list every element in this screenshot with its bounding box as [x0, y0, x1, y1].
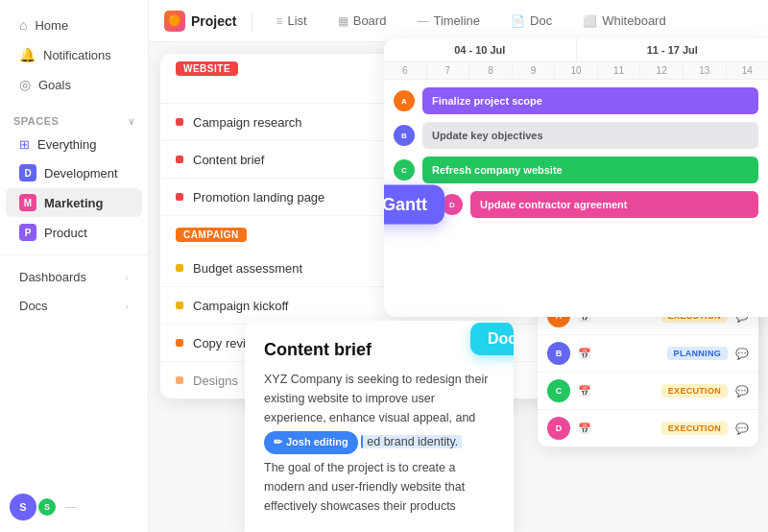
sidebar-item-home[interactable]: ⌂ Home — [6, 11, 142, 39]
gantt-days: 6 7 8 9 10 11 12 13 14 — [384, 62, 768, 80]
status-row: B 📅 PLANNING 💬 — [538, 335, 758, 373]
gantt-avatar: C — [394, 159, 415, 181]
avatar: B — [547, 342, 570, 365]
avatar: S — [10, 494, 36, 520]
gantt-period-1: 04 - 10 Jul — [384, 38, 577, 61]
gantt-bar-contractor[interactable]: Update contractor agreement — [470, 191, 758, 218]
row-label: Designs — [193, 374, 238, 388]
board-icon: ▦ — [338, 14, 348, 28]
doc-icon: 📄 — [511, 14, 525, 28]
status-rows: A 📅 EXECUTION 💬 B 📅 PLANNING 💬 C 📅 EXECU… — [538, 298, 758, 447]
row-label: Campaign research — [193, 115, 301, 130]
gantt-bar-refresh[interactable]: Refresh company website — [422, 157, 758, 183]
chat-icon: 💬 — [735, 423, 749, 435]
space-dot-p: P — [19, 224, 36, 241]
gantt-avatar: A — [394, 90, 415, 111]
pencil-icon: ✏ — [274, 434, 282, 451]
sidebar-item-dashboards[interactable]: Dashboards › — [6, 263, 142, 291]
docs-title: Content brief — [264, 340, 494, 360]
row-dot — [176, 118, 183, 126]
tab-list[interactable]: ≡ List — [268, 10, 314, 32]
gantt-bar-row: C Refresh company website — [394, 157, 758, 183]
row-dot — [176, 302, 183, 309]
sidebar-item-goals[interactable]: ◎ Goals — [6, 70, 142, 99]
avatar-secondary: S — [36, 496, 58, 518]
sidebar-item-label: Home — [35, 18, 68, 33]
gantt-day: 13 — [684, 62, 727, 79]
bell-icon: 🔔 — [19, 47, 36, 62]
sidebar-item-product[interactable]: P Product — [6, 218, 142, 247]
space-dot-m: M — [19, 194, 36, 211]
sidebar-item-development[interactable]: D Development — [6, 158, 142, 187]
gantt-day: 8 — [469, 62, 513, 79]
gantt-day: 12 — [640, 62, 684, 79]
row-label: Budget assessment — [193, 261, 302, 276]
chat-icon: 💬 — [735, 348, 749, 360]
grid-icon: ⊞ — [19, 137, 30, 152]
gantt-label-badge: Gantt — [384, 185, 444, 225]
space-dot-d: D — [19, 164, 36, 181]
chevron-down-icon[interactable]: ∨ — [128, 116, 135, 127]
calendar-icon: 📅 — [578, 385, 591, 398]
whiteboard-icon: ⬜ — [583, 14, 597, 28]
calendar-icon: 📅 — [578, 423, 591, 435]
avatar: D — [547, 417, 570, 440]
tab-whiteboard[interactable]: ⬜ Whiteboard — [575, 10, 673, 32]
campaign-badge: CAMPAIGN — [176, 228, 247, 242]
gantt-day: 6 — [384, 62, 427, 79]
list-icon: ≡ — [276, 14, 282, 28]
sidebar-item-everything[interactable]: ⊞ Everything — [6, 132, 142, 157]
project-icon: 🟠 — [164, 11, 185, 32]
docs-body: XYZ Company is seeking to redesign their… — [264, 370, 494, 516]
gantt-bar-objectives[interactable]: Update key objectives — [422, 122, 758, 149]
docs-badge: Docs — [470, 323, 514, 355]
sidebar: ⌂ Home 🔔 Notifications ◎ Goals Spaces ∨ … — [0, 0, 149, 532]
user-avatar-area[interactable]: S S — — [10, 494, 77, 520]
editing-badge: ✏ Josh editing — [264, 431, 358, 454]
gantt-day: 11 — [598, 62, 641, 79]
sidebar-item-label: Notifications — [43, 48, 111, 62]
sidebar-item-notifications[interactable]: 🔔 Notifications — [6, 40, 142, 69]
sidebar-item-marketing[interactable]: M Marketing — [6, 188, 142, 217]
main-header: 🟠 Project ≡ List ▦ Board — Timeline 📄 Do… — [149, 0, 768, 42]
gantt-avatar: B — [394, 125, 415, 146]
chevron-right-icon: › — [125, 272, 129, 283]
calendar-icon: 📅 — [578, 348, 591, 360]
row-dot — [176, 339, 183, 347]
website-badge: WEBSITE — [176, 61, 238, 76]
main-area: 🟠 Project ≡ List ▦ Board — Timeline 📄 Do… — [149, 0, 768, 532]
status-badge: EXECUTION — [661, 422, 728, 435]
chat-icon: 💬 — [735, 385, 749, 398]
more-icon: — — [65, 500, 77, 514]
gantt-bar-row: Gantt D Update contractor agreement — [394, 191, 758, 218]
row-label: Content brief — [193, 153, 264, 167]
status-row: D 📅 EXECUTION 💬 — [538, 410, 758, 447]
row-dot — [176, 193, 183, 201]
gantt-bar-row: B Update key objectives — [394, 122, 758, 149]
gantt-bar-row: A Finalize project scope — [394, 87, 758, 114]
docs-overlay: Docs Content brief XYZ Company is seekin… — [245, 321, 514, 532]
tab-doc[interactable]: 📄 Doc — [503, 10, 560, 32]
gantt-day: 9 — [513, 62, 556, 79]
avatar: C — [547, 379, 570, 402]
sidebar-item-docs[interactable]: Docs › — [6, 292, 142, 320]
gantt-bar-finalize[interactable]: Finalize project scope — [422, 87, 758, 114]
gantt-day: 7 — [427, 62, 470, 79]
tab-board[interactable]: ▦ Board — [330, 10, 395, 32]
chevron-right-icon: › — [125, 301, 129, 312]
row-label: Campaign kickoff — [193, 299, 288, 313]
gantt-day: 14 — [727, 62, 769, 79]
home-icon: ⌂ — [19, 17, 27, 33]
gantt-overlay: 04 - 10 Jul 11 - 17 Jul 6 7 8 9 10 11 12… — [384, 38, 768, 317]
status-badge: EXECUTION — [661, 384, 728, 398]
gantt-day: 10 — [555, 62, 598, 79]
project-title: 🟠 Project — [164, 11, 236, 32]
status-badge: PLANNING — [667, 347, 728, 360]
tab-timeline[interactable]: — Timeline — [409, 10, 488, 32]
row-dot — [176, 376, 183, 384]
gantt-body: A Finalize project scope B Update key ob… — [384, 80, 768, 226]
row-dot — [176, 264, 183, 272]
row-label: Promotion landing page — [193, 190, 324, 205]
row-dot — [176, 156, 183, 163]
gantt-period-2: 11 - 17 Jul — [577, 38, 769, 61]
